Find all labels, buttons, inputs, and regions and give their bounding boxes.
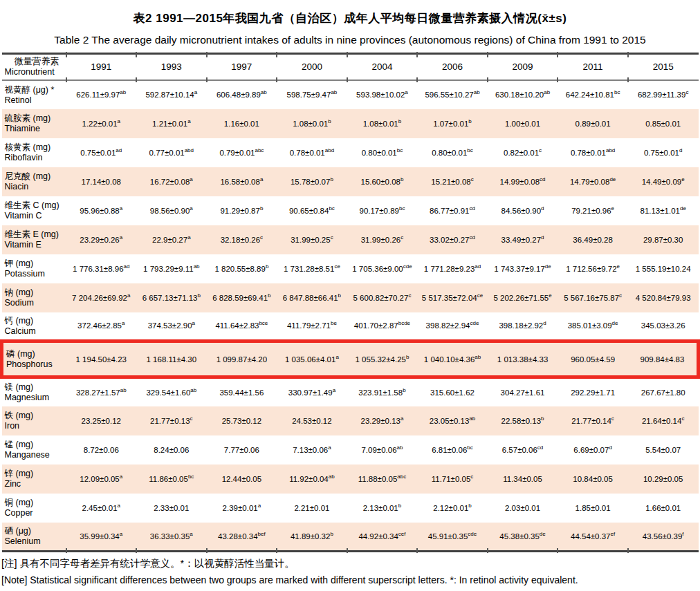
value-cell: 15.60±0.08b xyxy=(347,167,418,196)
significance-superscript: bc xyxy=(467,147,472,153)
significance-superscript: b xyxy=(260,205,263,212)
value-cell: 43.56±0.39f xyxy=(628,523,699,552)
value-cell: 7.77±0.06 xyxy=(207,435,277,465)
row-label: 维生素 E (mg)Vitamin E xyxy=(2,225,66,254)
header-year-2009: 2009 xyxy=(488,54,558,80)
row-label-zh: 维生素 C (mg) xyxy=(5,200,66,211)
value: 31.99±0.25 xyxy=(291,236,330,244)
significance-superscript: abd xyxy=(606,147,615,153)
value: 0.80±0.01 xyxy=(362,149,397,157)
value-cell: 292.29±1.71 xyxy=(558,377,628,406)
value: 330.97±1.49 xyxy=(288,388,333,397)
value: 7 204.26±69.92 xyxy=(72,294,127,302)
significance-superscript: b xyxy=(398,118,401,124)
value-cell: 21.77±0.14c xyxy=(558,406,628,435)
value-cell: 960.05±4.59 xyxy=(558,341,628,377)
value-cell: 6 847.88±66.41b xyxy=(277,283,347,312)
value: 0.75±0.01 xyxy=(80,149,116,157)
significance-superscript: d xyxy=(541,205,544,212)
significance-superscript: a xyxy=(187,234,190,241)
value: 12.09±0.05 xyxy=(80,475,119,483)
value: 22.9±0.27 xyxy=(152,236,187,244)
footnote-zh: [注] 具有不同字母者差异有统计学意义。*：以视黄醇活性当量计。 xyxy=(1,556,699,571)
value-cell: 10.84±0.05 xyxy=(558,465,628,494)
value-cell: 1.85±0.01 xyxy=(558,494,628,523)
value-cell: 16.58±0.08a xyxy=(207,167,277,196)
value: 2.03±0.01 xyxy=(505,504,540,512)
micronutrient-table: 微量营养素 Micronutrient 19911993199720002004… xyxy=(0,53,700,552)
significance-superscript: b xyxy=(338,292,341,299)
value: 1 035.06±4.01 xyxy=(285,355,335,364)
significance-superscript: a xyxy=(400,415,403,422)
value: 24.53±0.12 xyxy=(292,417,331,425)
value-cell: 95.96±0.88a xyxy=(66,196,137,225)
value: 11.34±0.05 xyxy=(503,475,542,483)
significance-superscript: a xyxy=(120,531,122,537)
value: 45.91±0.35 xyxy=(428,532,468,541)
row-label-zh: 磷 (mg) xyxy=(6,348,66,359)
value-cell: 6 657.13±71.13b xyxy=(136,283,207,312)
value-cell: 345.03±3.26 xyxy=(628,312,699,341)
value-cell: 596.55±10.27ab xyxy=(417,80,488,109)
value: 43.56±0.39 xyxy=(643,532,682,541)
value: 14.99±0.08 xyxy=(500,178,540,186)
value-cell: 1.22±0.01a xyxy=(66,109,137,138)
value: 630.18±10.20 xyxy=(495,91,544,99)
header-year-1991: 1991 xyxy=(66,54,137,80)
value-cell: 1 555.19±10.24 xyxy=(628,254,699,283)
value-cell: 1.66±0.01 xyxy=(628,494,699,523)
value: 14.49±0.09 xyxy=(642,178,681,186)
value-cell: 2.12±0.01b xyxy=(417,494,488,523)
value-cell: 6.69±0.07d xyxy=(558,435,628,465)
significance-superscript: cd xyxy=(540,176,545,182)
value: 0.77±0.01 xyxy=(149,149,185,157)
significance-superscript: ef xyxy=(611,531,616,537)
significance-superscript: ab xyxy=(120,89,126,95)
value: 1.08±0.01 xyxy=(363,120,398,128)
row-label: 铜 (mg)Copper xyxy=(2,494,66,523)
significance-superscript: a xyxy=(120,473,122,480)
significance-superscript: c xyxy=(685,89,688,95)
value: 323.91±1.58 xyxy=(358,388,403,397)
value: 1 820.55±8.89 xyxy=(214,265,265,273)
header-year-2004: 2004 xyxy=(347,54,418,80)
significance-superscript: b xyxy=(330,176,333,182)
value: 6.69±0.07 xyxy=(573,446,609,454)
significance-superscript: bc xyxy=(614,89,620,95)
header-year-1993: 1993 xyxy=(136,54,207,80)
value: 98.56±0.90 xyxy=(150,207,190,215)
value-cell: 630.18±10.20ab xyxy=(488,80,558,109)
value-cell: 1 055.32±4.25b xyxy=(347,341,418,377)
table-row-riboflavin: 核黄素 (mg)Riboflavin0.75±0.01ad0.77±0.01ab… xyxy=(2,138,699,167)
value: 5 600.82±70.27 xyxy=(353,294,409,302)
significance-superscript: cd xyxy=(470,234,475,241)
value-cell: 329.54±1.60ab xyxy=(136,377,207,406)
value: 23.25±0.12 xyxy=(82,417,121,425)
value-cell: 33.02±0.27cd xyxy=(417,225,488,254)
significance-superscript: cef xyxy=(398,531,406,537)
value: 0.89±0.01 xyxy=(575,120,611,128)
value-cell: 626.11±9.97ab xyxy=(66,80,137,109)
significance-superscript: f xyxy=(682,531,683,537)
value-cell: 81.13±1.01de xyxy=(628,196,699,225)
value-cell: 21.77±0.13c xyxy=(136,406,207,435)
value-cell: 0.77±0.01abd xyxy=(136,138,207,167)
value-cell: 10.29±0.05 xyxy=(628,465,699,494)
value: 1 776.31±8.96 xyxy=(73,265,123,273)
value: 6 847.88±66.41 xyxy=(283,294,338,302)
significance-superscript: b xyxy=(198,292,201,299)
value: 345.03±3.26 xyxy=(641,321,685,330)
value-cell: 45.91±0.35cde xyxy=(417,523,488,552)
significance-superscript: d xyxy=(609,444,611,451)
row-label-en: Zinc xyxy=(5,479,66,489)
value-cell: 5.54±0.07 xyxy=(628,435,699,465)
significance-superscript: a xyxy=(187,118,190,124)
value-cell: 398.18±2.92d xyxy=(488,312,558,341)
significance-superscript: de xyxy=(680,205,686,212)
row-label-en: Riboflavin xyxy=(5,153,66,163)
significance-superscript: e xyxy=(617,263,620,270)
value: 5 517.35±72.04 xyxy=(422,294,477,302)
value-cell: 1 168.11±4.30 xyxy=(136,341,207,377)
value-cell: 0.78±0.01abd xyxy=(558,138,628,167)
row-label-en: Manganese xyxy=(5,450,66,460)
